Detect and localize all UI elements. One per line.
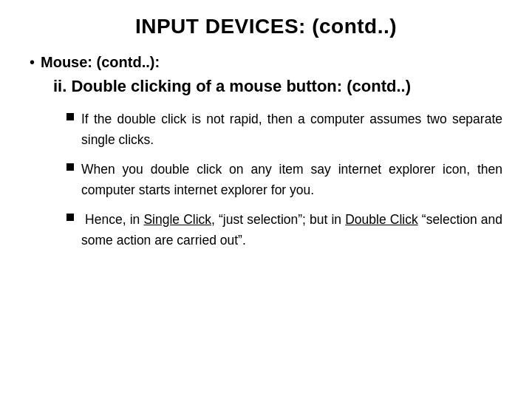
square-bullet-icon (66, 163, 74, 171)
list-item: Hence, in Single Click, “just selection”… (66, 209, 502, 250)
item-text-1: If the double click is not rapid, then a… (81, 109, 502, 150)
single-click-underline: Single Click (143, 212, 211, 227)
sub-items-list: If the double click is not rapid, then a… (66, 109, 502, 252)
page-title: INPUT DEVICES: (contd..) (30, 15, 502, 38)
sub-heading: ii. Double clicking of a mouse button: (… (53, 75, 502, 98)
list-item: If the double click is not rapid, then a… (66, 109, 502, 150)
item-text-2: When you double click on any item say in… (81, 159, 502, 200)
double-click-underline: Double Click (345, 212, 417, 227)
page: INPUT DEVICES: (contd..) • Mouse: (contd… (0, 0, 532, 399)
mouse-label: Mouse: (contd..): (41, 52, 160, 72)
bullet-dot-icon: • (30, 52, 35, 72)
square-bullet-icon (66, 113, 74, 120)
item-text-3: Hence, in Single Click, “just selection”… (81, 209, 502, 250)
main-bullet: • Mouse: (contd..): (30, 52, 502, 72)
square-bullet-icon (66, 214, 74, 221)
list-item: When you double click on any item say in… (66, 159, 502, 200)
